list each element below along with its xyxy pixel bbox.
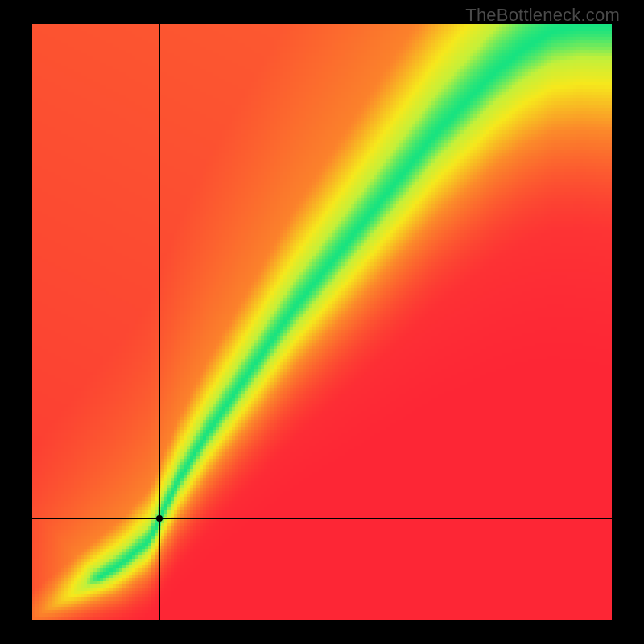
crosshair-horizontal xyxy=(32,518,612,519)
crosshair-vertical xyxy=(159,24,160,620)
watermark-text: TheBottleneck.com xyxy=(465,5,620,26)
heatmap-plot xyxy=(32,24,612,620)
crosshair-marker xyxy=(156,515,163,522)
image-frame: TheBottleneck.com xyxy=(0,0,644,644)
heatmap-canvas xyxy=(32,24,612,620)
